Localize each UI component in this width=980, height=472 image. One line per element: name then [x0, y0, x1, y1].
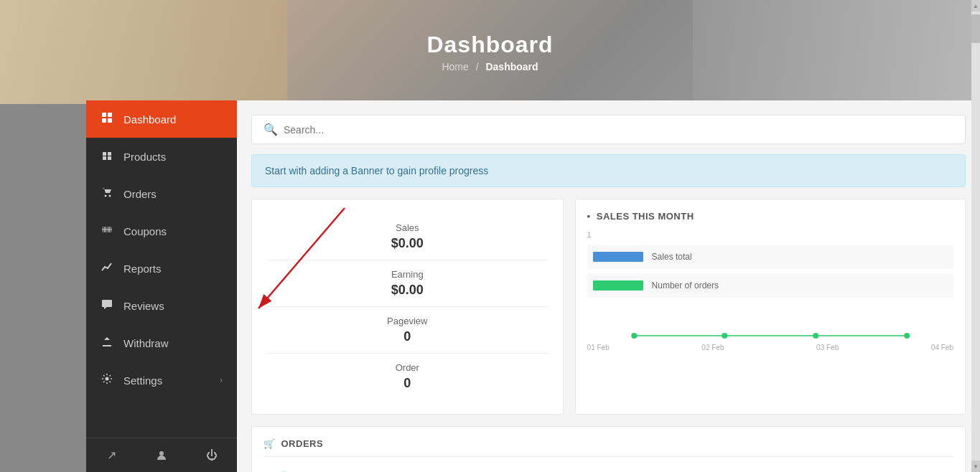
sidebar-label-products: Products	[123, 151, 223, 163]
scroll-down-button[interactable]: ▼	[971, 461, 980, 472]
orders-row-0: Total 0	[263, 466, 953, 472]
order-label: Order	[266, 362, 549, 373]
breadcrumb-current: Dashboard	[485, 61, 538, 72]
sidebar-label-settings: Settings	[123, 374, 220, 387]
sidebar-item-orders[interactable]: Orders	[86, 175, 237, 212]
content-area: 🔍 Start with adding a Banner to gain pro…	[237, 100, 980, 472]
sidebar-label-withdraw: Withdraw	[123, 337, 223, 349]
coupons-icon	[101, 224, 113, 238]
sidebar-item-withdraw[interactable]: Withdraw	[86, 324, 237, 362]
svg-rect-1	[108, 113, 112, 117]
earning-stat: Earning $0.00	[266, 260, 549, 307]
sidebar-item-reviews[interactable]: Reviews	[86, 287, 237, 324]
sidebar-item-products[interactable]: Products	[86, 138, 237, 175]
reports-icon	[101, 261, 113, 275]
products-icon	[101, 149, 113, 164]
orders-icon: 🛒	[263, 438, 276, 449]
legend-label-0: Sales total	[652, 252, 692, 262]
sidebar-label-dashboard: Dashboard	[123, 113, 223, 126]
search-icon: 🔍	[263, 123, 278, 136]
chart-card: ▪ SALES THIS MONTH 1 Sales total Number …	[575, 199, 966, 415]
sidebar-label-orders: Orders	[123, 188, 223, 200]
dashboard-icon	[101, 112, 113, 126]
pageview-stat: Pageview 0	[266, 307, 549, 354]
svg-rect-0	[102, 113, 106, 117]
svg-rect-7	[108, 156, 111, 160]
chart-area: 01 Feb 02 Feb 03 Feb 04 Feb	[587, 303, 953, 346]
stats-row: Sales $0.00 Earning $0.00 Pageview 0 Ord…	[251, 199, 966, 415]
svg-point-9	[109, 195, 111, 197]
scrollbar-track: ▲ ▼	[971, 0, 980, 472]
legend-item-0: Sales total	[587, 245, 953, 269]
x-label-1: 01 Feb	[587, 344, 610, 351]
x-label-4: 04 Feb	[931, 344, 953, 351]
search-input[interactable]	[284, 124, 953, 136]
earning-label: Earning	[266, 269, 549, 280]
sidebar-label-reviews: Reviews	[123, 300, 223, 312]
hero-title: Dashboard	[426, 32, 553, 58]
svg-rect-6	[103, 156, 106, 160]
x-label-2: 02 Feb	[701, 344, 724, 351]
sales-value: $0.00	[266, 236, 549, 251]
orders-rows: Total 0 Completed 0 Pending 0	[263, 466, 953, 472]
breadcrumb-home[interactable]: Home	[442, 61, 468, 72]
banner-text: Start with adding a Banner to gain profi…	[265, 165, 488, 176]
chart-title-icon: ▪	[587, 211, 591, 222]
external-link-button[interactable]: ↗	[86, 438, 136, 472]
info-banner: Start with adding a Banner to gain profi…	[251, 154, 966, 187]
hero-section: Dashboard Home / Dashboard	[0, 0, 980, 104]
earning-value: $0.00	[266, 283, 549, 298]
main-container: Dashboard Products Orders Coupons Report…	[86, 100, 980, 472]
chart-x-labels: 01 Feb 02 Feb 03 Feb 04 Feb	[587, 344, 953, 351]
svg-point-8	[105, 195, 107, 197]
legend-color-1	[593, 280, 643, 291]
chart-legend: Sales total Number of orders	[587, 245, 953, 298]
search-bar: 🔍	[251, 115, 966, 144]
x-label-3: 03 Feb	[816, 344, 839, 351]
orders-icon	[101, 187, 113, 201]
svg-point-13	[159, 451, 164, 456]
hero-breadcrumb: Home / Dashboard	[442, 61, 538, 72]
sales-stat: Sales $0.00	[266, 214, 549, 260]
sidebar-item-settings[interactable]: Settings ›	[86, 362, 237, 399]
stats-card: Sales $0.00 Earning $0.00 Pageview 0 Ord…	[251, 199, 564, 415]
chart-title: ▪ SALES THIS MONTH	[587, 211, 953, 222]
sidebar-footer: ↗ ⏻	[86, 438, 237, 472]
sidebar-label-reports: Reports	[123, 263, 223, 275]
chart-y-label: 1	[587, 230, 953, 239]
svg-rect-5	[108, 152, 111, 156]
logout-button[interactable]: ⏻	[187, 438, 237, 472]
legend-color-0	[593, 252, 643, 262]
scroll-up-button[interactable]: ▲	[971, 0, 980, 11]
orders-card: 🛒 ORDERS Total 0 Completed 0 Pending 0	[251, 426, 966, 472]
sidebar: Dashboard Products Orders Coupons Report…	[86, 100, 237, 472]
sidebar-item-dashboard[interactable]: Dashboard	[86, 100, 237, 138]
sidebar-label-coupons: Coupons	[123, 225, 223, 237]
svg-rect-2	[102, 118, 106, 123]
pageview-value: 0	[266, 329, 549, 344]
user-profile-button[interactable]	[136, 438, 187, 472]
withdraw-icon	[101, 336, 113, 350]
breadcrumb-separator: /	[476, 61, 479, 72]
orders-title-text: ORDERS	[281, 438, 324, 449]
svg-rect-4	[103, 152, 106, 156]
order-stat: Order 0	[266, 354, 549, 400]
orders-title: 🛒 ORDERS	[263, 438, 953, 457]
legend-item-1: Number of orders	[587, 273, 953, 298]
order-value: 0	[266, 376, 549, 391]
chart-title-text: SALES THIS MONTH	[597, 211, 694, 222]
sidebar-item-reports[interactable]: Reports	[86, 250, 237, 287]
sales-label: Sales	[266, 222, 549, 233]
chart-svg	[587, 303, 953, 339]
sidebar-item-coupons[interactable]: Coupons	[86, 212, 237, 250]
pageview-label: Pageview	[266, 316, 549, 326]
scrollbar-thumb[interactable]	[971, 14, 980, 43]
sidebar-arrow-settings: ›	[220, 375, 223, 385]
svg-rect-3	[108, 118, 112, 123]
legend-label-1: Number of orders	[652, 280, 719, 291]
svg-point-12	[106, 377, 109, 381]
settings-icon	[101, 373, 113, 387]
reviews-icon	[101, 298, 113, 313]
